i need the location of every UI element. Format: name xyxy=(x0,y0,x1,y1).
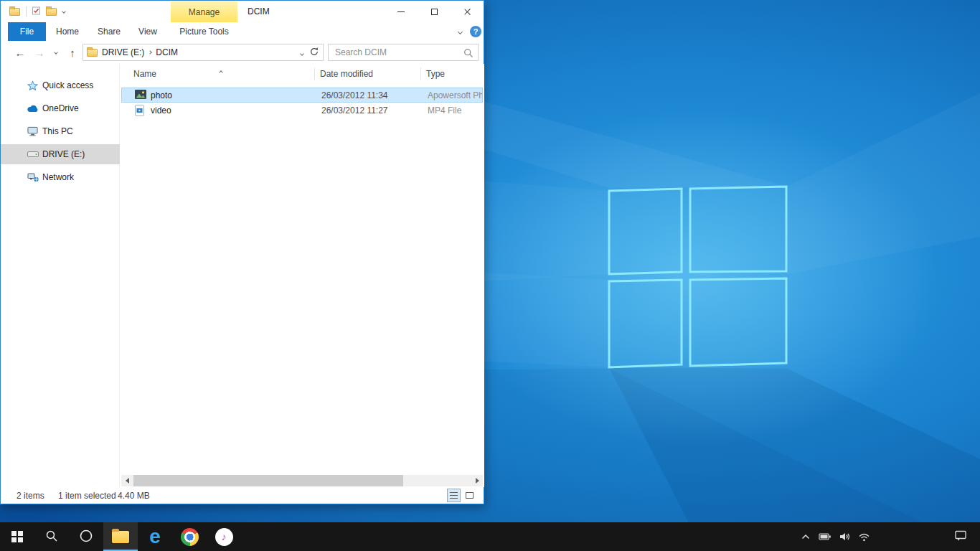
search-icon[interactable] xyxy=(463,48,473,60)
thumbnails-view-icon xyxy=(466,492,473,499)
column-header-type[interactable]: Type xyxy=(426,69,445,79)
breadcrumb-segment-dcim[interactable]: DCIM xyxy=(151,47,182,57)
up-button[interactable]: ↑ xyxy=(64,41,81,64)
scroll-right-button[interactable] xyxy=(471,475,483,486)
file-type: MP4 File xyxy=(428,105,482,116)
sort-ascending-icon[interactable] xyxy=(220,66,222,76)
scroll-left-button[interactable] xyxy=(121,475,133,486)
column-header-name[interactable]: Name xyxy=(133,69,156,79)
recent-locations-button[interactable] xyxy=(50,41,62,64)
window-controls xyxy=(385,1,484,22)
cloud-icon xyxy=(27,105,39,113)
start-button[interactable] xyxy=(0,522,34,551)
cortana-button[interactable] xyxy=(69,522,103,551)
selection-size: 4.40 MB xyxy=(118,491,150,501)
sidebar-item-label: Quick access xyxy=(42,80,93,90)
file-date-modified: 26/03/2012 11:27 xyxy=(321,105,388,116)
view-toggle-buttons xyxy=(447,489,476,502)
minimize-button[interactable] xyxy=(385,1,418,22)
search-icon xyxy=(45,529,58,545)
hard-drive-icon xyxy=(27,151,39,157)
chevron-down-icon xyxy=(54,50,58,55)
system-tray xyxy=(799,522,870,551)
address-folder-icon xyxy=(87,49,98,57)
titlebar[interactable]: Manage DCIM xyxy=(1,1,484,22)
screen: Manage DCIM File Home Share View Picture… xyxy=(0,0,980,551)
close-button[interactable] xyxy=(451,1,484,22)
properties-checkmark-icon[interactable] xyxy=(32,6,40,17)
tab-picture-tools[interactable]: Picture Tools xyxy=(171,22,237,41)
sidebar-item-drive-e[interactable]: DRIVE (E:) xyxy=(1,144,120,164)
chrome-icon xyxy=(181,528,199,546)
item-count: 2 items xyxy=(17,491,44,501)
taskbar-chrome-button[interactable] xyxy=(172,522,207,551)
address-bar[interactable]: DRIVE (E:) DCIM xyxy=(83,44,324,61)
file-date-modified: 26/03/2012 11:34 xyxy=(321,90,388,100)
wifi-icon[interactable] xyxy=(857,530,870,543)
selection-summary: 1 item selected xyxy=(58,491,116,501)
cortana-circle-icon xyxy=(79,529,93,545)
action-center-button[interactable] xyxy=(950,522,971,551)
details-view-button[interactable] xyxy=(447,489,461,502)
volume-icon[interactable] xyxy=(838,530,851,543)
sidebar-item-quick-access[interactable]: Quick access xyxy=(1,75,120,95)
minimize-icon xyxy=(397,11,405,12)
search-input[interactable] xyxy=(329,44,478,60)
star-icon xyxy=(27,80,39,91)
sidebar-item-label: DRIVE (E:) xyxy=(42,149,85,159)
help-button[interactable]: ? xyxy=(470,26,481,37)
chevron-up-icon xyxy=(219,70,223,75)
details-view-icon xyxy=(450,492,458,499)
column-separator[interactable] xyxy=(314,67,315,80)
status-bar: 2 items 1 item selected 4.40 MB xyxy=(1,487,484,504)
file-row-photo[interactable]: photo 26/03/2012 11:34 Apowersoft Pho xyxy=(121,88,483,103)
tab-home[interactable]: Home xyxy=(50,22,85,41)
edge-icon: e xyxy=(149,527,161,547)
file-explorer-window: Manage DCIM File Home Share View Picture… xyxy=(0,0,484,504)
taskbar-edge-button[interactable]: e xyxy=(138,522,172,551)
sidebar-item-network[interactable]: Network xyxy=(1,167,120,187)
video-file-icon xyxy=(135,105,144,118)
new-folder-icon[interactable] xyxy=(46,8,57,16)
navigation-pane: Quick access OneDrive This PC DRIVE (E:) xyxy=(1,64,120,487)
triangle-left-icon xyxy=(126,478,129,484)
column-separator[interactable] xyxy=(420,67,421,80)
refresh-button[interactable] xyxy=(309,47,319,59)
sidebar-item-onedrive[interactable]: OneDrive xyxy=(1,98,120,118)
file-name: photo xyxy=(151,90,172,100)
maximize-icon xyxy=(431,9,438,15)
sidebar-item-label: This PC xyxy=(42,126,73,136)
window-folder-icon xyxy=(9,8,20,16)
taskbar-search-button[interactable] xyxy=(34,522,69,551)
ribbon-expand-button[interactable] xyxy=(453,22,467,41)
sidebar-item-this-pc[interactable]: This PC xyxy=(1,121,120,141)
maximize-button[interactable] xyxy=(418,1,451,22)
hidden-icons-button[interactable] xyxy=(799,530,812,543)
action-center-icon xyxy=(954,529,967,544)
forward-button[interactable]: → xyxy=(31,41,48,64)
address-dropdown-button[interactable] xyxy=(295,47,309,57)
tab-file[interactable]: File xyxy=(8,22,46,41)
qat-customize-chevron-icon[interactable] xyxy=(62,9,66,14)
file-list-pane[interactable]: Name Date modified Type photo 26/03/2012… xyxy=(120,64,484,487)
chevron-down-icon xyxy=(457,29,462,34)
battery-icon[interactable] xyxy=(819,530,831,543)
ribbon-tab-row: File Home Share View Picture Tools ? xyxy=(1,22,484,42)
file-row-video[interactable]: video 26/03/2012 11:27 MP4 File xyxy=(121,103,483,118)
tab-share[interactable]: Share xyxy=(91,22,127,41)
windows-logo-icon xyxy=(11,531,23,542)
file-name: video xyxy=(151,105,171,116)
chevron-down-icon xyxy=(300,52,304,56)
scrollbar-thumb[interactable] xyxy=(133,475,403,486)
breadcrumb-segment-drive[interactable]: DRIVE (E:) xyxy=(98,47,149,57)
thumbnails-view-button[interactable] xyxy=(463,489,476,502)
horizontal-scrollbar[interactable] xyxy=(121,475,483,486)
window-title: DCIM xyxy=(248,1,270,22)
taskbar-itunes-button[interactable]: ♪ xyxy=(207,522,241,551)
taskbar-file-explorer-button[interactable] xyxy=(103,522,138,551)
ribbon-contextual-group-manage[interactable]: Manage xyxy=(171,1,237,22)
tab-view[interactable]: View xyxy=(133,22,163,41)
back-button[interactable]: ← xyxy=(11,41,29,64)
network-icon xyxy=(27,173,39,182)
column-header-date-modified[interactable]: Date modified xyxy=(320,69,373,79)
